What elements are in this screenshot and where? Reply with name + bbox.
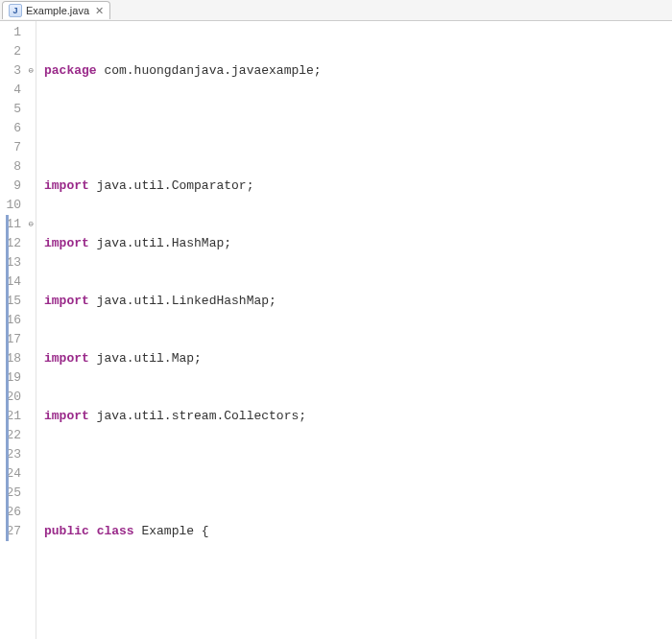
editor-tab[interactable]: J Example.java ✕ bbox=[2, 1, 110, 19]
fold-icon[interactable]: ⊖ bbox=[24, 61, 34, 81]
tab-bar: J Example.java ✕ bbox=[0, 0, 672, 21]
tab-title: Example.java bbox=[26, 5, 89, 16]
code-area[interactable]: package com.huongdanjava.javaexample; im… bbox=[36, 21, 672, 639]
line-number-gutter: 1 2 3⊖ 4 5 6 7 8 9 10 11⊖ 12 13 14 15 16… bbox=[0, 21, 36, 639]
java-file-icon: J bbox=[9, 4, 22, 17]
code-editor[interactable]: 1 2 3⊖ 4 5 6 7 8 9 10 11⊖ 12 13 14 15 16… bbox=[0, 21, 672, 639]
close-icon[interactable]: ✕ bbox=[95, 5, 104, 17]
fold-icon[interactable]: ⊖ bbox=[24, 215, 34, 234]
line-number: 1 bbox=[6, 23, 34, 42]
